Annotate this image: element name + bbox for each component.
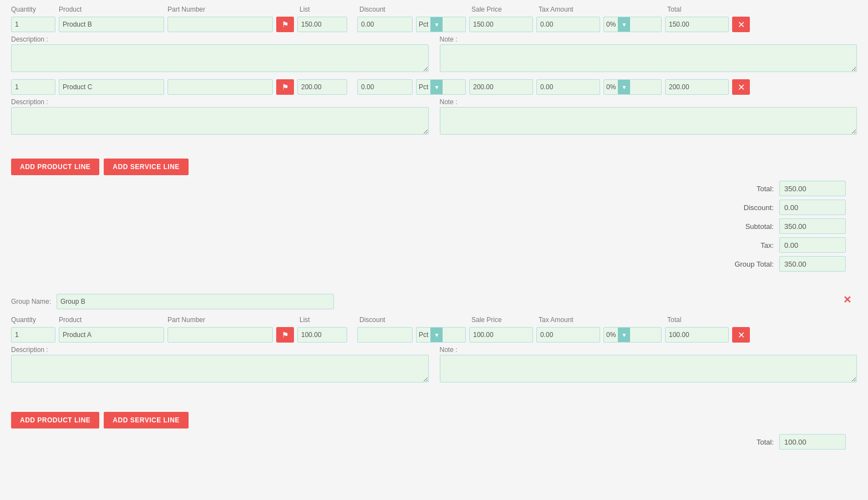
list-input-b[interactable]: [297, 17, 347, 32]
partnum-input-a[interactable]: [167, 327, 273, 343]
taxamt-input-a[interactable]: [536, 327, 600, 343]
total-value-a: 350.00: [779, 181, 846, 196]
add-service-button-b[interactable]: ADD SERVICE LINE: [104, 412, 188, 428]
taxpct-wrapper-c: 0% ▼: [603, 79, 662, 95]
totals-section-a: Total: 350.00 Discount: 0.00 Subtotal: 3…: [11, 181, 857, 272]
desc-label-a: Description :: [11, 346, 429, 354]
note-label-b: Note :: [440, 35, 857, 43]
delete-button-a[interactable]: ✕: [732, 327, 750, 343]
col-header-discount: Discount: [359, 6, 415, 13]
desc-note-row-c: Description : Note :: [11, 98, 857, 136]
col-header-saleprice-b: Sale Price: [471, 316, 535, 324]
partnum-input-b[interactable]: [167, 17, 273, 32]
total-label-b: Total:: [691, 438, 774, 446]
list-input-c[interactable]: [297, 79, 347, 95]
taxpct-label-b: 0%: [604, 21, 618, 28]
desc-label-c: Description :: [11, 98, 429, 106]
discount-input-c[interactable]: [357, 79, 413, 95]
discount-label-a: Discount:: [691, 203, 774, 212]
group-a-section: Quantity Product Part Number List Discou…: [0, 0, 868, 283]
pct-arrow-c[interactable]: ▼: [430, 80, 443, 94]
col-header-list: List: [300, 6, 349, 13]
product-input-b[interactable]: [59, 17, 164, 32]
pct-wrapper-c: Pct ▼: [416, 79, 466, 95]
flag-button-c[interactable]: ⚑: [276, 79, 294, 95]
qty-input-a[interactable]: [11, 327, 55, 343]
delete-button-b[interactable]: ✕: [732, 17, 750, 32]
product-input-a[interactable]: [59, 327, 164, 343]
add-buttons-row-b: ADD PRODUCT LINE ADD SERVICE LINE: [11, 412, 857, 428]
total-label-a: Total:: [691, 185, 774, 193]
note-label-a: Note :: [440, 346, 857, 354]
pct-wrapper-a: Pct ▼: [416, 327, 466, 343]
product-input-c[interactable]: [59, 79, 164, 95]
totals-table-a: Total: 350.00 Discount: 0.00 Subtotal: 3…: [691, 181, 846, 272]
col-header-quantity-b: Quantity: [11, 316, 55, 324]
add-product-button-a[interactable]: ADD PRODUCT LINE: [11, 159, 99, 175]
desc-note-row-a: Description : Note :: [11, 346, 857, 384]
tax-value-a: 0.00: [779, 237, 846, 253]
taxamt-input-b[interactable]: [536, 17, 600, 32]
note-textarea-a[interactable]: [440, 355, 857, 382]
desc-textarea-c[interactable]: [11, 107, 429, 135]
pct-wrapper-b: Pct ▼: [416, 17, 466, 32]
group-b-section: Group Name: ✕ Quantity Product Part Numb…: [0, 288, 868, 461]
line-row-product-b: ⚑ Pct ▼ 0% ▼ ✕ Description :: [11, 17, 857, 74]
taxpct-arrow-c[interactable]: ▼: [618, 80, 630, 94]
line-row-product-c: ⚑ Pct ▼ 0% ▼ ✕ Description :: [11, 79, 857, 136]
page-wrapper: Quantity Product Part Number List Discou…: [0, 0, 868, 500]
desc-note-row-b: Description : Note :: [11, 35, 857, 74]
total-value-b: 100.00: [779, 434, 846, 450]
col-header-product-b: Product: [59, 316, 164, 324]
partnum-input-c[interactable]: [167, 79, 273, 95]
col-header-saleprice: Sale Price: [471, 6, 535, 13]
group-name-input-b[interactable]: [57, 294, 334, 309]
add-service-button-a[interactable]: ADD SERVICE LINE: [104, 159, 188, 175]
discount-value-a: 0.00: [779, 200, 846, 215]
saleprice-input-b[interactable]: [469, 17, 533, 32]
taxamt-input-c[interactable]: [536, 79, 600, 95]
col-header-taxamt-b: Tax Amount: [539, 316, 602, 324]
col-header-total: Total: [667, 6, 731, 13]
pct-label-a: Pct: [417, 331, 430, 339]
col-headers-a: Quantity Product Part Number List Discou…: [11, 6, 857, 14]
pct-label-b: Pct: [417, 21, 430, 28]
total-input-b[interactable]: [665, 17, 729, 32]
pct-arrow-a[interactable]: ▼: [430, 328, 443, 342]
desc-textarea-a[interactable]: [11, 355, 429, 382]
taxpct-label-c: 0%: [604, 83, 618, 91]
saleprice-input-a[interactable]: [469, 327, 533, 343]
col-header-discount-b: Discount: [359, 316, 415, 324]
total-input-a[interactable]: [665, 327, 729, 343]
add-product-button-b[interactable]: ADD PRODUCT LINE: [11, 412, 99, 428]
pct-label-c: Pct: [417, 83, 430, 91]
note-textarea-c[interactable]: [440, 107, 857, 135]
note-textarea-b[interactable]: [440, 44, 857, 72]
group-total-value-a: 350.00: [779, 256, 846, 272]
col-headers-b: Quantity Product Part Number List Discou…: [11, 316, 857, 325]
saleprice-input-c[interactable]: [469, 79, 533, 95]
taxpct-wrapper-a: 0% ▼: [603, 327, 662, 343]
delete-button-c[interactable]: ✕: [732, 79, 750, 95]
qty-input-c[interactable]: [11, 79, 55, 95]
subtotal-value-a: 350.00: [779, 218, 846, 234]
taxpct-arrow-b[interactable]: ▼: [618, 17, 630, 32]
close-group-button-b[interactable]: ✕: [843, 294, 851, 306]
discount-input-a[interactable]: [357, 327, 413, 343]
taxpct-wrapper-b: 0% ▼: [603, 17, 662, 32]
qty-input-b[interactable]: [11, 17, 55, 32]
col-header-quantity: Quantity: [11, 6, 55, 13]
flag-button-a[interactable]: ⚑: [276, 327, 294, 343]
totals-table-b: Total: 100.00: [691, 434, 846, 450]
group-name-label: Group Name:: [11, 298, 51, 305]
taxpct-arrow-a[interactable]: ▼: [618, 328, 630, 342]
list-input-a[interactable]: [297, 327, 347, 343]
note-label-c: Note :: [440, 98, 857, 106]
flag-button-b[interactable]: ⚑: [276, 17, 294, 32]
line-row-product-a: ⚑ Pct ▼ 0% ▼ ✕ Description :: [11, 327, 857, 384]
group-total-label-a: Group Total:: [691, 260, 774, 268]
desc-textarea-b[interactable]: [11, 44, 429, 72]
discount-input-b[interactable]: [357, 17, 413, 32]
total-input-c[interactable]: [665, 79, 729, 95]
pct-arrow-b[interactable]: ▼: [430, 17, 443, 32]
